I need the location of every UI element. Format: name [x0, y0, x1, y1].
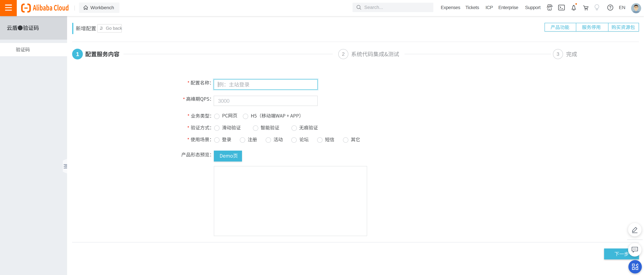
svg-text:APP: APP: [547, 5, 552, 9]
svg-text:?: ?: [609, 5, 612, 10]
